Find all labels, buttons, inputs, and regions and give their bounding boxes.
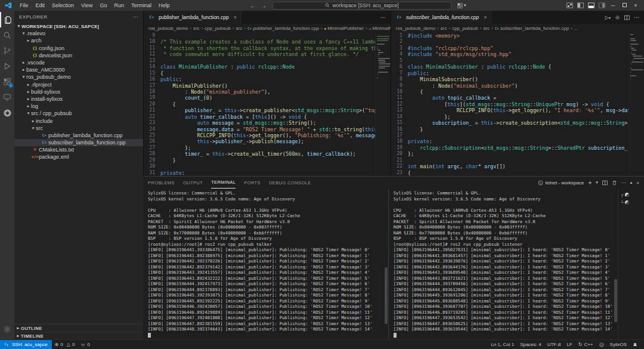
tree-item-devicelist-json[interactable]: {}devicelist.json — [14, 52, 143, 59]
run-debug-icon[interactable] — [0, 58, 14, 74]
panel-tab-debug-console[interactable]: DEBUG CONSOLE — [269, 177, 311, 189]
breadcrumb-item-src[interactable]: src — [236, 26, 243, 31]
terminal-dropdown-icon[interactable]: ▾ — [596, 180, 598, 185]
toggle-panel-icon[interactable] — [588, 2, 595, 8]
forward-arrow-icon[interactable]: → — [261, 2, 267, 9]
status-item-spaces-4[interactable]: Spaces: 4 — [517, 340, 544, 349]
panel-more-actions-icon[interactable]: ⋯ — [621, 180, 626, 186]
code-editor-subscriber[interactable]: 1#include <memory>23#include "rclcpp/rcl… — [391, 32, 628, 176]
sylixos-tool-icon[interactable] — [0, 105, 14, 121]
breadcrumb-item-minimalpublish[interactable]: ◇MinimalPublish — [369, 26, 391, 31]
timeline-section[interactable]: ▸TIMELINE — [14, 332, 143, 339]
menu-file[interactable]: File — [16, 2, 32, 8]
breadcrumb-item-publisher-lambda-function-cpp[interactable]: C+publisher_lambda_function.cpp — [247, 26, 319, 31]
tree-item-publisher-lambda-function-cpp[interactable]: C+publisher_lambda_function.cpp — [14, 132, 143, 139]
new-terminal-icon[interactable]: + — [588, 180, 592, 186]
source-control-icon[interactable] — [0, 43, 14, 58]
breadcrumb-item-minimalpublisher[interactable]: ◆MinimalPublisher — [324, 26, 364, 31]
editor-more-actions-icon[interactable]: ⋯ — [634, 14, 639, 20]
menu-go[interactable]: Go — [96, 2, 110, 8]
panel-tab-problems[interactable]: PROBLEMS — [148, 177, 175, 189]
kill-terminal-trash-icon[interactable] — [612, 180, 617, 186]
status-item-c[interactable]: ↻C++ — [575, 340, 596, 349]
menu-help[interactable]: Help — [155, 2, 174, 8]
tree-item-vscode[interactable]: ▸.vscode — [14, 59, 143, 66]
tree-item-src-cpp-pubsub[interactable]: ▾src / cpp_pubsub — [14, 110, 143, 117]
minimap[interactable] — [375, 32, 391, 176]
tree-item-install-sylixos[interactable]: ▸install-sylixos — [14, 95, 143, 103]
terminal-tab-telnet-0[interactable]: ┌ — [618, 191, 644, 199]
status-item-lf[interactable]: LF — [564, 340, 575, 349]
terminal-tab-telnet-1[interactable]: └ — [618, 199, 644, 206]
menu-selection[interactable]: Selection — [48, 2, 78, 8]
outline-section[interactable]: ▸OUTLINE — [14, 324, 143, 332]
run-file-icon[interactable]: ▷▾ — [605, 15, 611, 20]
tree-item-ros-pubsub-demo[interactable]: ▾ros_pubsub_demo — [14, 73, 143, 81]
menu-run[interactable]: Run — [110, 2, 128, 8]
profile-grid-button[interactable]: ▾ — [457, 3, 466, 8]
tree-item-arch[interactable]: ▸arch — [14, 37, 143, 44]
breadcrumb-item-ros-pubsub-demo[interactable]: ros_pubsub_demo — [396, 26, 435, 31]
explorer-actions-icon[interactable]: ⋯ — [133, 14, 138, 20]
breadcrumb-item-src[interactable]: src — [193, 26, 200, 31]
split-terminal-icon[interactable] — [602, 180, 608, 186]
panel-tab-terminal[interactable]: TERMINAL — [211, 177, 236, 189]
tree-item-package-xml[interactable]: </>package.xml — [14, 153, 143, 160]
breadcrumb-item-subscriber-lambda-function-cpp[interactable]: C+subscriber_lambda_function.cpp — [495, 26, 569, 31]
tree-item-realevo[interactable]: ▾.realevo — [14, 30, 143, 37]
close-window-button[interactable]: × — [632, 2, 639, 8]
back-arrow-icon[interactable]: ← — [250, 2, 256, 9]
tab-publisher-cpp[interactable]: C+ publisher_lambda_function.cpp × — [144, 11, 242, 24]
menu-edit[interactable]: Edit — [32, 2, 49, 8]
panel-tab-output[interactable]: OUTPUT — [183, 177, 203, 189]
maximize-button[interactable] — [621, 2, 628, 8]
code-editor-publisher[interactable]: 910/* This example creates a subclass of… — [144, 32, 375, 176]
toggle-sidebar-icon[interactable] — [577, 2, 584, 8]
tree-item-include[interactable]: ▸include — [14, 117, 143, 124]
maximize-panel-icon[interactable]: ▴ — [630, 180, 633, 185]
status-item-sylixos[interactable]: SylixOS — [607, 340, 630, 349]
remote-indicator[interactable]: SSH: acu_sapce — [0, 340, 52, 349]
command-center-search[interactable]: workspace [SSH: acu_sapce] — [273, 2, 451, 10]
status-item-smiley[interactable] — [596, 340, 607, 349]
menu-view[interactable]: View — [78, 2, 96, 8]
ports-indicator[interactable]: 0 — [78, 340, 92, 349]
status-item-utf-8[interactable]: UTF-8 — [544, 340, 564, 349]
toggle-secondary-sidebar-icon[interactable] — [599, 2, 605, 8]
breadcrumb-item-cpp-pubsub[interactable]: cpp_pubsub — [205, 26, 231, 31]
tree-item-log[interactable]: ▸log — [14, 103, 143, 110]
minimap[interactable] — [628, 32, 644, 176]
breadcrumb-item-src[interactable]: src — [483, 26, 490, 31]
tree-item-workspace-ssh-acu-sapce[interactable]: ▾WORKSPACE [SSH: ACU_SAPCE] — [14, 23, 143, 30]
breadcrumb-item-cpp-pubsub[interactable]: cpp_pubsub — [452, 26, 478, 31]
status-item-bell[interactable] — [630, 340, 640, 349]
tab-subscriber-cpp[interactable]: C+ subscriber_lambda_function.cpp × — [391, 11, 492, 24]
close-panel-icon[interactable]: × — [636, 180, 639, 186]
settings-gear-icon[interactable] — [0, 322, 14, 337]
terminal-talker[interactable]: SylixOS license: Commercial & GPL.SylixO… — [143, 189, 388, 339]
breadcrumb-item-[interactable]: ... — [574, 26, 578, 31]
terminal-scrollbar[interactable] — [385, 267, 388, 324]
split-editor-icon[interactable] — [624, 15, 630, 20]
close-tab-icon[interactable]: × — [234, 14, 237, 20]
terminal-scrollbar[interactable] — [614, 279, 617, 322]
panel-tab-ports[interactable]: PORTS — [244, 177, 261, 189]
tree-item-rlproject[interactable]: ▸.rlproject — [14, 81, 143, 88]
problems-indicator[interactable]: ⊗0 △0 — [52, 340, 78, 349]
terminal-session-selector[interactable]: telnet - workspace — [538, 180, 584, 186]
explorer-icon[interactable] — [0, 12, 14, 27]
tree-item-cmakelists-txt[interactable]: MCMakeLists.txt — [14, 146, 143, 153]
tree-item-subscriber-lambda-function-cpp[interactable]: C+subscriber_lambda_function.cpp — [14, 139, 143, 146]
status-item-ln-1-col-1[interactable]: Ln 1, Col 1 — [488, 340, 517, 349]
breadcrumb-item-ros-pubsub-demo[interactable]: ros_pubsub_demo — [148, 26, 188, 31]
terminal-listener[interactable]: SylixOS license: Commercial & GPL.SylixO… — [388, 189, 618, 339]
remote-explorer-icon[interactable] — [0, 89, 14, 105]
search-icon[interactable] — [0, 27, 14, 43]
editor-more-actions-icon[interactable]: ⋯ — [380, 14, 386, 20]
tree-item-base-amc3000[interactable]: ▸base_AMC3000 — [14, 66, 143, 73]
tree-item-src[interactable]: ▾src — [14, 125, 143, 132]
breadcrumb-item-src[interactable]: src — [441, 26, 447, 31]
extensions-icon[interactable]: 1 — [0, 74, 14, 89]
run-settings-gear-icon[interactable] — [615, 15, 620, 20]
tree-item-build-sylixos[interactable]: ▸build-sylixos — [14, 88, 143, 95]
